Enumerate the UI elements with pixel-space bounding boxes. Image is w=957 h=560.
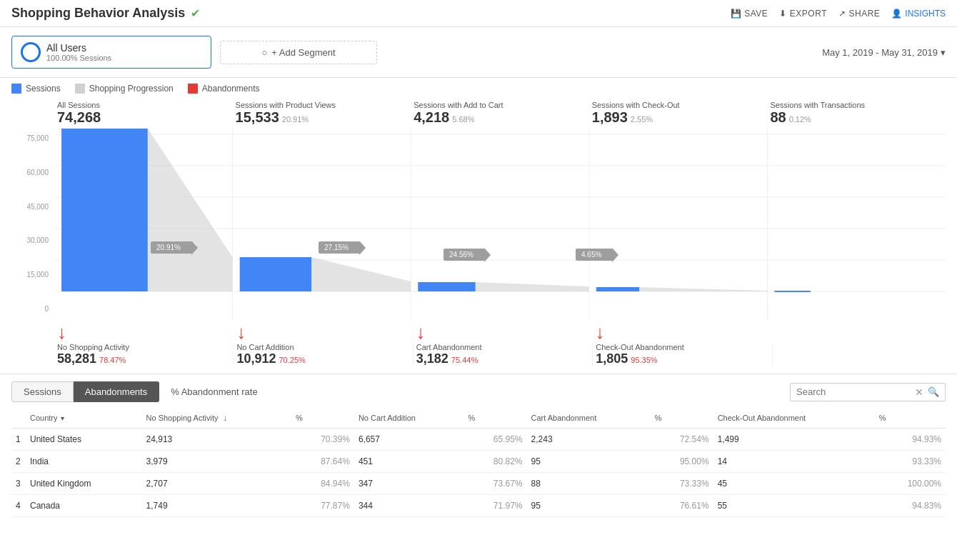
row-cart-ab: 95 (527, 451, 651, 473)
stage-col-4: Sessions with Check-Out 1,893 2.55% (589, 101, 768, 126)
row-cart-ab-pct: 95.00% (651, 451, 713, 473)
search-clear-icon[interactable]: ✕ (915, 386, 923, 398)
primary-segment[interactable]: All Users 100.00% Sessions (11, 36, 211, 69)
row-num: 4 (11, 495, 26, 517)
th-country[interactable]: Country ▾ (26, 408, 142, 429)
y-axis: 75,000 60,000 45,000 30,000 15,000 0 (11, 127, 54, 320)
insights-icon: 👤 (891, 9, 902, 19)
segment-circle (21, 42, 41, 62)
y-75000: 75,000 (26, 134, 49, 142)
stage-col-1: All Sessions 74,268 (54, 101, 233, 126)
th-no-shopping-pct: % (291, 408, 354, 429)
row-no-shop: 2,707 (142, 473, 291, 495)
row-country: Canada (26, 495, 142, 517)
y-60000: 60,000 (26, 169, 49, 176)
bar-stage1 (61, 129, 148, 291)
badge-1: 20.91% (151, 241, 192, 254)
add-segment-button[interactable]: ○ + Add Segment (220, 41, 377, 64)
row-cart-ab: 2,243 (527, 429, 651, 451)
abandon-col-1: No Shopping Activity 58,281 78.47% (54, 343, 234, 366)
badge-2: 27.15% (319, 241, 360, 254)
row-no-cart-pct: 73.67% (464, 473, 527, 495)
shield-icon: ✔ (191, 6, 200, 20)
th-checkout-ab: Check-Out Abandonment (713, 408, 875, 429)
export-button[interactable]: ⬇ EXPORT (779, 9, 827, 19)
chart-inner: 20.91% 27.15% 24.56% 4.65% (54, 127, 946, 320)
tab-abandonment-rate[interactable]: % Abandonment rate (159, 382, 269, 401)
tab-sessions[interactable]: Sessions (11, 381, 74, 402)
table-body: 1 United States 24,913 70.39% 6,657 65.9… (11, 429, 946, 517)
svg-marker-10 (148, 129, 233, 291)
table-row: 1 United States 24,913 70.39% 6,657 65.9… (11, 429, 946, 451)
row-cart-ab-pct: 76.61% (651, 495, 713, 517)
row-no-shop-pct: 84.94% (291, 473, 354, 495)
y-0: 0 (44, 305, 49, 313)
row-no-shop-pct: 77.87% (291, 495, 354, 517)
abandonments-dot (188, 84, 198, 94)
row-cart-ab: 88 (527, 473, 651, 495)
header-left: Shopping Behavior Analysis ✔ (11, 6, 200, 21)
legend-abandonments: Abandonments (188, 84, 260, 94)
bar-stage2 (240, 257, 312, 291)
abandonment-row: ↓ ↓ ↓ ↓ (11, 320, 946, 341)
row-no-cart-pct: 65.95% (464, 429, 527, 451)
row-no-cart-pct: 71.97% (464, 495, 527, 517)
row-country: United Kingdom (26, 473, 142, 495)
abandon-col-2: No Cart Addition 10,912 70.25% (234, 343, 413, 366)
row-country: India (26, 451, 142, 473)
row-checkout-ab-pct: 94.83% (875, 495, 946, 517)
stage-col-5: Sessions with Transactions 88 0.12% (767, 101, 946, 126)
row-cart-ab-pct: 73.33% (651, 473, 713, 495)
search-icon[interactable]: 🔍 (928, 386, 939, 397)
share-icon: ↗ (838, 9, 846, 19)
th-no-cart: No Cart Addition (354, 408, 464, 429)
share-button[interactable]: ↗ SHARE (838, 9, 880, 19)
row-num: 1 (11, 429, 26, 451)
page-title: Shopping Behavior Analysis (11, 6, 185, 21)
bar-stage4 (596, 287, 639, 291)
stage-pct-2: 20.91% (282, 115, 309, 124)
th-cart-ab: Cart Abandonment (527, 408, 651, 429)
row-no-cart-pct: 80.82% (464, 451, 527, 473)
row-country: United States (26, 429, 142, 451)
table-row: 2 India 3,979 87.64% 451 80.82% 95 95.00… (11, 451, 946, 473)
table-row: 4 Canada 1,749 77.87% 344 71.97% 95 76.6… (11, 495, 946, 517)
stage-col-3: Sessions with Add to Cart 4,218 5.68% (411, 101, 589, 126)
table-row: 3 United Kingdom 2,707 84.94% 347 73.67%… (11, 473, 946, 495)
legend: Sessions Shopping Progression Abandonmen… (0, 78, 957, 96)
save-button[interactable]: 💾 SAVE (731, 9, 768, 19)
search-box: ✕ 🔍 (790, 383, 946, 401)
row-no-shop-pct: 87.64% (291, 451, 354, 473)
stage-value-3: 4,218 (414, 109, 449, 126)
stage-value-1: 74,268 (57, 109, 230, 126)
stage-col-2: Sessions with Product Views 15,533 20.91… (233, 101, 411, 126)
th-no-shopping[interactable]: No Shopping Activity ↓ (142, 408, 291, 429)
row-checkout-ab-pct: 93.33% (875, 451, 946, 473)
th-num (11, 408, 26, 429)
date-range[interactable]: May 1, 2019 - May 31, 2019 ▾ (822, 47, 946, 58)
badge-3: 24.56% (444, 249, 485, 261)
down-arrow-4: ↓ (593, 320, 772, 341)
stage-value-5: 88 (770, 109, 786, 126)
stage-name-3: Sessions with Add to Cart (414, 101, 586, 109)
svg-marker-13 (639, 287, 767, 291)
legend-shopping: Shopping Progression (75, 84, 174, 94)
table-tabs: Sessions Abandonments % Abandonment rate… (11, 374, 946, 408)
abandonment-labels: No Shopping Activity 58,281 78.47% No Ca… (11, 341, 946, 374)
export-icon: ⬇ (779, 9, 787, 19)
search-input[interactable] (796, 386, 911, 397)
badge-4: 4.65% (576, 249, 613, 261)
stage-pct-5: 0.12% (789, 115, 811, 124)
stage-value-4: 1,893 (592, 109, 628, 126)
dropdown-icon[interactable]: ▾ (61, 414, 64, 422)
segment-info: All Users 100.00% Sessions (46, 42, 111, 62)
tab-abandonments[interactable]: Abandonments (74, 381, 159, 402)
bar-stage3 (418, 282, 476, 291)
row-checkout-ab-pct: 94.93% (875, 429, 946, 451)
legend-sessions: Sessions (11, 84, 61, 94)
row-num: 2 (11, 451, 26, 473)
y-15000: 15,000 (26, 271, 49, 279)
save-icon: 💾 (731, 9, 742, 19)
insights-button[interactable]: 👤 INSIGHTS (891, 9, 946, 19)
row-cart-ab-pct: 72.54% (651, 429, 713, 451)
